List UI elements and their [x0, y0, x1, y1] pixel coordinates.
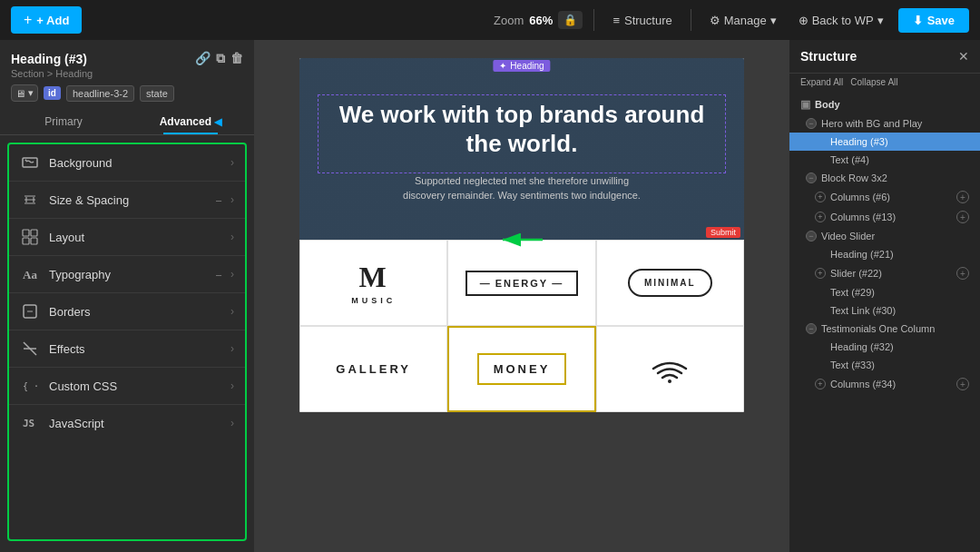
back-to-wp-button[interactable]: ⊕ Back to WP ▾	[791, 10, 891, 31]
monitor-icon: 🖥	[15, 88, 25, 99]
tree-toggle-icon[interactable]: −	[806, 231, 817, 242]
expand-collapse: Expand All Collapse All	[789, 74, 980, 91]
typography-label: Typography	[49, 268, 207, 281]
tree-add-button[interactable]: +	[956, 211, 969, 223]
tree-item[interactable]: −Block Row 3x2	[789, 169, 980, 187]
state-button[interactable]: state	[140, 85, 174, 102]
tree-item[interactable]: Text (#29)	[789, 283, 980, 301]
right-panel: Structure ✕ Expand All Collapse All ▣Bod…	[789, 40, 980, 552]
structure-button[interactable]: ≡ Structure	[605, 10, 679, 31]
heading-badge-text: Heading	[510, 61, 544, 71]
tree-item-label: Slider (#22)	[830, 268, 952, 279]
properties-panel: Background › Size & Spacing – ›	[7, 143, 247, 541]
tree-item[interactable]: +Columns (#6)+	[789, 187, 980, 207]
top-bar: + + Add Zoom 66% 🔒 ≡ Structure ⚙ Manage …	[0, 0, 980, 40]
zoom-label: Zoom	[494, 14, 524, 27]
chevron-down-icon: ▾	[770, 14, 777, 27]
copy-icon[interactable]: ⧉	[216, 51, 225, 66]
menu-item-size-spacing[interactable]: Size & Spacing – ›	[9, 182, 245, 219]
tree-item[interactable]: Heading (#21)	[789, 245, 980, 263]
trash-icon[interactable]: 🗑	[230, 51, 243, 66]
menu-item-layout[interactable]: Layout ›	[9, 219, 245, 256]
tree-item-label: Columns (#13)	[830, 212, 952, 222]
svg-text:JS: JS	[23, 418, 34, 429]
id-badge: id	[44, 86, 61, 100]
lock-icon[interactable]: 🔒	[558, 11, 583, 29]
collapse-all-button[interactable]: Collapse All	[850, 77, 897, 87]
layout-arrow: ›	[230, 231, 234, 243]
tree-item[interactable]: Heading (#3)	[789, 133, 980, 151]
panel-title-text: Heading (#3)	[11, 52, 87, 66]
svg-text:Aa: Aa	[23, 268, 37, 281]
tree-item[interactable]: +Slider (#22)+	[789, 263, 980, 283]
expand-all-button[interactable]: Expand All	[800, 77, 843, 87]
chevron-down-icon-3: ▾	[28, 87, 34, 99]
tree-add-button[interactable]: +	[956, 191, 969, 203]
background-arrow: ›	[230, 156, 234, 169]
heading-selected-box[interactable]: We work with top brands around the world…	[318, 94, 726, 172]
tree-toggle-icon[interactable]: +	[815, 212, 826, 222]
tree-add-button[interactable]: +	[956, 267, 969, 280]
add-label: + Add	[36, 14, 69, 27]
tree-item[interactable]: ▣Body	[789, 94, 980, 114]
tree-item-label: Body	[815, 99, 969, 110]
tree-item-label: Heading (#3)	[830, 136, 969, 147]
tree-item-label: Text (#33)	[830, 360, 969, 370]
logo-energy-box: —ENERGY—	[466, 271, 578, 296]
manage-button[interactable]: ⚙ Manage ▾	[702, 10, 784, 31]
tree-toggle-icon[interactable]: +	[815, 379, 826, 389]
svg-rect-2	[23, 230, 29, 236]
tree-item[interactable]: Text (#4)	[789, 151, 980, 169]
logos-section: M MUSIC —ENERGY— MINIMAL GALLERY MONEY	[299, 240, 744, 412]
tree-item-label: Columns (#6)	[830, 192, 952, 202]
tree-toggle-icon[interactable]: +	[815, 268, 826, 279]
link-icon[interactable]: 🔗	[195, 51, 211, 66]
tree-toggle-icon[interactable]: −	[806, 323, 817, 334]
tree-toggle-icon[interactable]: +	[815, 192, 826, 202]
tree-item[interactable]: −Hero with BG and Play	[789, 114, 980, 133]
chevron-down-icon-2: ▾	[877, 14, 884, 27]
tab-primary[interactable]: Primary	[0, 109, 127, 134]
save-button[interactable]: ⬇ Save	[898, 8, 969, 33]
tree-toggle-icon[interactable]: −	[806, 118, 817, 129]
menu-item-javascript[interactable]: JS JavaScript ›	[9, 405, 245, 441]
tree-item[interactable]: Text (#33)	[789, 356, 980, 374]
tree-item[interactable]: −Testimonials One Column	[789, 320, 980, 338]
tree-item[interactable]: −Video Slider	[789, 227, 980, 245]
zoom-area: Zoom 66% 🔒	[494, 11, 583, 29]
borders-arrow: ›	[230, 305, 234, 318]
hero-heading: We work with top brands around the world…	[326, 101, 718, 157]
menu-item-borders[interactable]: Borders ›	[9, 293, 245, 330]
tree-item[interactable]: +Columns (#34)+	[789, 374, 980, 394]
tree-item-label: Text (#29)	[830, 287, 969, 298]
close-icon[interactable]: ✕	[958, 49, 969, 64]
device-select[interactable]: 🖥 ▾	[11, 84, 38, 102]
tree-item[interactable]: Text Link (#30)	[789, 301, 980, 320]
zoom-value: 66%	[529, 14, 553, 27]
logo-gallery: GALLERY	[299, 326, 447, 412]
menu-item-custom-css[interactable]: { · } Custom CSS ›	[9, 368, 245, 405]
add-button[interactable]: + + Add	[11, 6, 82, 34]
typography-arrow: ›	[230, 268, 234, 281]
tree-item-label: Columns (#34)	[830, 379, 952, 389]
svg-rect-0	[23, 158, 37, 167]
tree-item[interactable]: Heading (#32)	[789, 338, 980, 356]
menu-item-background[interactable]: Background ›	[9, 144, 245, 182]
custom-css-label: Custom CSS	[49, 380, 221, 393]
tree-toggle-icon[interactable]: −	[806, 172, 817, 183]
tree-item-label: Block Row 3x2	[821, 172, 969, 183]
logo-wifi	[596, 326, 744, 412]
tree-item[interactable]: +Columns (#13)+	[789, 207, 980, 227]
tab-advanced-label: Advanced	[160, 115, 211, 128]
panel-tabs: Primary Advanced ◀	[0, 109, 254, 135]
tree-add-button[interactable]: +	[956, 378, 969, 390]
menu-item-typography[interactable]: Aa Typography – ›	[9, 256, 245, 293]
wordpress-icon: ⊕	[799, 14, 808, 27]
menu-item-effects[interactable]: Effects ›	[9, 330, 245, 368]
tree-item-label: Testimonials One Column	[821, 323, 969, 334]
back-wp-label: Back to WP	[812, 14, 874, 27]
tab-advanced[interactable]: Advanced ◀	[127, 109, 254, 134]
id-value[interactable]: headline-3-2	[66, 85, 134, 102]
background-icon	[20, 153, 40, 172]
heading-badge: ✦ Heading	[493, 60, 550, 72]
